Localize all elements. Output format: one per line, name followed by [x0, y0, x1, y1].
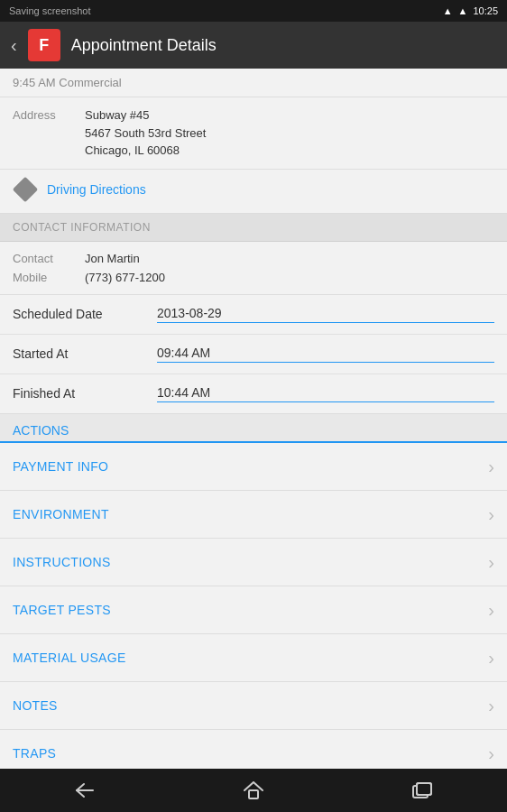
contact-value: Jon Martin — [85, 252, 140, 265]
time-type-text: 9:45 AM Commercial — [13, 76, 122, 89]
material-usage-label: MATERIAL USAGE — [13, 651, 126, 665]
menu-item-material-usage[interactable]: MATERIAL USAGE › — [0, 634, 507, 682]
scheduled-date-label: Scheduled Date — [13, 307, 157, 321]
finished-at-label: Finished At — [13, 386, 157, 401]
environment-label: ENVIRONMENT — [13, 507, 109, 521]
address-line3: Chicago, IL 60068 — [85, 142, 206, 160]
started-at-value: 09:44 AM — [157, 346, 494, 363]
contact-label: Contact — [13, 252, 85, 265]
menu-item-target-pests[interactable]: TARGET PESTS › — [0, 586, 507, 634]
notes-label: NOTES — [13, 698, 58, 713]
menu-item-notes[interactable]: NOTES › — [0, 682, 507, 730]
chevron-right-icon: › — [488, 697, 494, 715]
menu-item-instructions[interactable]: INSTRUCTIONS › — [0, 539, 507, 586]
chevron-right-icon: › — [488, 457, 494, 475]
recents-nav-button[interactable] — [395, 769, 449, 812]
info-section: Scheduled Date 2013-08-29 Started At 09:… — [0, 295, 507, 414]
address-lines: Subway #45 5467 South 53rd Street Chicag… — [85, 106, 206, 160]
chevron-right-icon: › — [488, 601, 494, 619]
instructions-label: INSTRUCTIONS — [13, 555, 111, 569]
toolbar: ‹ F Appointment Details — [0, 22, 507, 69]
menu-item-environment[interactable]: ENVIRONMENT › — [0, 491, 507, 539]
recents-nav-icon — [412, 782, 432, 798]
chevron-right-icon: › — [488, 744, 494, 762]
actions-list: PAYMENT INFO › ENVIRONMENT › INSTRUCTION… — [0, 443, 507, 770]
page-title: Appointment Details — [71, 36, 217, 55]
chevron-right-icon: › — [488, 553, 494, 571]
contact-row: Contact Jon Martin — [13, 249, 494, 268]
status-bar-right: ▲ ▲ 10:25 — [443, 5, 498, 16]
driving-directions-link[interactable]: Driving Directions — [47, 182, 146, 197]
traps-label: TRAPS — [13, 746, 56, 761]
chevron-right-icon: › — [488, 649, 494, 667]
app-icon: F — [28, 29, 60, 61]
home-nav-button[interactable] — [226, 769, 281, 812]
address-line1: Subway #45 — [85, 106, 206, 125]
svg-rect-1 — [249, 790, 258, 798]
bottom-nav — [0, 769, 507, 812]
contact-section: Contact Jon Martin Mobile (773) 677-1200 — [0, 242, 507, 295]
directions-icon — [13, 177, 38, 202]
contact-info-header: CONTACT INFORMATION — [0, 214, 507, 242]
menu-item-payment-info[interactable]: PAYMENT INFO › — [0, 443, 507, 491]
content-area: 9:45 AM Commercial Address Subway #45 54… — [0, 69, 507, 769]
address-section: Address Subway #45 5467 South 53rd Stree… — [0, 97, 507, 170]
back-button[interactable]: ‹ — [11, 35, 17, 56]
mobile-value: (773) 677-1200 — [85, 271, 165, 284]
back-nav-icon — [75, 782, 95, 798]
status-bar-left: Saving screenshot — [9, 5, 91, 16]
menu-item-traps[interactable]: TRAPS › — [0, 730, 507, 770]
payment-info-label: PAYMENT INFO — [13, 459, 108, 474]
home-nav-icon — [244, 781, 263, 799]
svg-rect-3 — [417, 783, 431, 795]
scheduled-date-value: 2013-08-29 — [157, 306, 494, 323]
diamond-icon — [13, 176, 38, 201]
started-at-row: Started At 09:44 AM — [0, 335, 507, 374]
actions-header: ACTIONS — [0, 414, 507, 443]
driving-directions-row[interactable]: Driving Directions — [0, 170, 507, 214]
signal-icon: ▲ — [458, 5, 468, 16]
address-row: Address Subway #45 5467 South 53rd Stree… — [13, 106, 494, 160]
mobile-row: Mobile (773) 677-1200 — [13, 268, 494, 287]
address-line2: 5467 South 53rd Street — [85, 125, 206, 143]
address-label: Address — [13, 106, 85, 160]
target-pests-label: TARGET PESTS — [13, 603, 111, 617]
wifi-icon: ▲ — [443, 5, 453, 16]
finished-at-value: 10:44 AM — [157, 385, 494, 402]
back-nav-button[interactable] — [58, 769, 112, 812]
finished-at-row: Finished At 10:44 AM — [0, 374, 507, 413]
time-type-row: 9:45 AM Commercial — [0, 69, 507, 97]
mobile-label: Mobile — [13, 271, 85, 284]
saving-text: Saving screenshot — [9, 5, 91, 16]
chevron-right-icon: › — [488, 505, 494, 523]
status-bar: Saving screenshot ▲ ▲ 10:25 — [0, 0, 507, 22]
scheduled-date-row: Scheduled Date 2013-08-29 — [0, 295, 507, 335]
time-display: 10:25 — [473, 5, 498, 16]
started-at-label: Started At — [13, 346, 157, 361]
